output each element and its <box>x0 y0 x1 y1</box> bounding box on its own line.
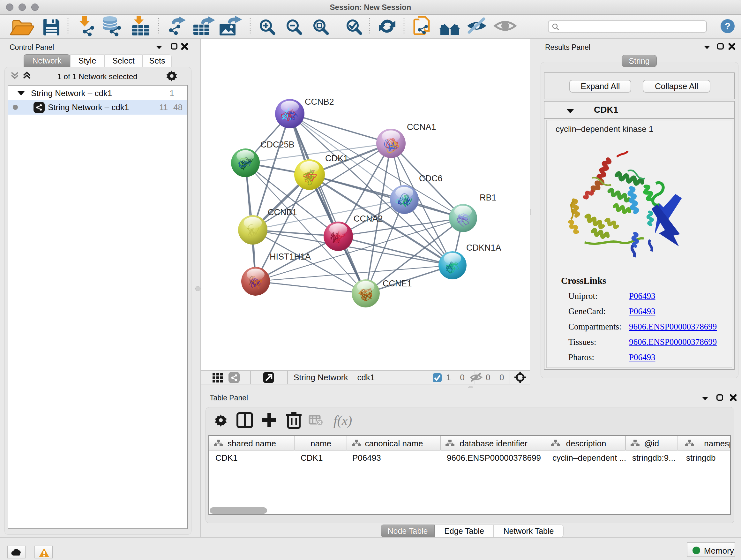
svg-text:CDC25B: CDC25B <box>260 140 294 149</box>
svg-text:CDKN1A: CDKN1A <box>466 243 501 253</box>
svg-text:1 – 0: 1 – 0 <box>446 373 465 382</box>
svg-text:CCNE1: CCNE1 <box>383 279 412 288</box>
svg-text:CDC6: CDC6 <box>419 174 443 183</box>
svg-text:RB1: RB1 <box>480 193 496 202</box>
svg-text:HIST1H1A: HIST1H1A <box>270 252 311 261</box>
svg-text:0 – 0: 0 – 0 <box>486 373 504 382</box>
svg-text:CCNB1: CCNB1 <box>268 207 297 217</box>
svg-text:f(x): f(x) <box>333 413 352 428</box>
svg-text:CCNA2: CCNA2 <box>354 214 383 224</box>
svg-text:CCNA1: CCNA1 <box>407 122 436 132</box>
svg-text:CDK1: CDK1 <box>325 153 348 163</box>
svg-text:CCNB2: CCNB2 <box>305 97 334 107</box>
svg-text:String Network – cdk1: String Network – cdk1 <box>293 373 375 382</box>
